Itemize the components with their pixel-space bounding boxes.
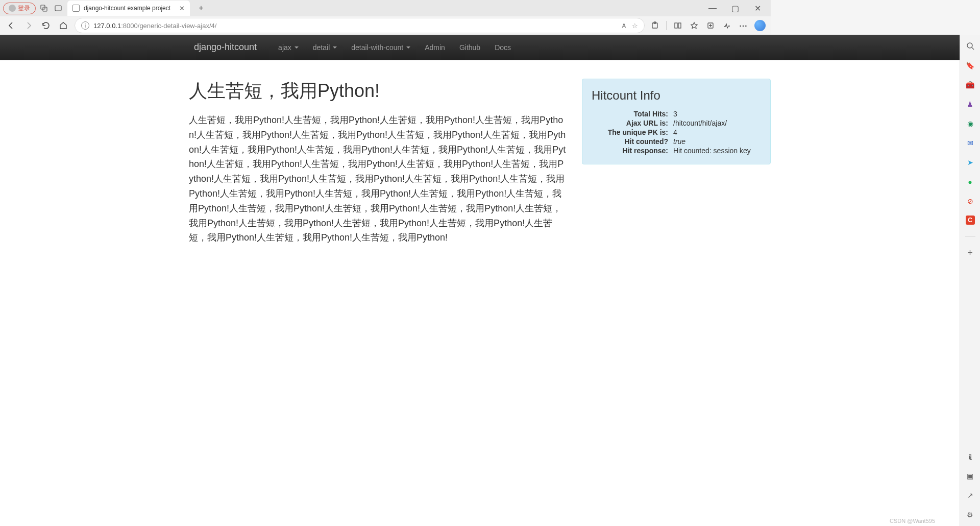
maximize-button[interactable]: ▢ (728, 4, 742, 13)
nav-item-github[interactable]: Github (452, 35, 487, 60)
side-column: Hitcount Info Total Hits:3Ajax URL is:/h… (582, 79, 771, 245)
nav-item-label: Docs (495, 43, 511, 52)
nav-item-detail[interactable]: detail (306, 35, 344, 60)
new-tab-button[interactable]: + (195, 2, 207, 14)
url-text: 127.0.0.1:8000/generic-detail-view-ajax/… (93, 22, 216, 30)
chevron-down-icon (406, 46, 410, 49)
hitcount-row-label: Total Hits: (592, 110, 673, 118)
read-aloud-icon[interactable]: A (622, 22, 626, 29)
main-column: 人生苦短，我用Python! 人生苦短，我用Python!人生苦短，我用Pyth… (189, 79, 567, 245)
close-window-button[interactable]: ✕ (750, 4, 765, 13)
nav-item-docs[interactable]: Docs (487, 35, 518, 60)
hitcount-panel: Hitcount Info Total Hits:3Ajax URL is:/h… (582, 79, 771, 164)
nav-item-label: Admin (425, 43, 445, 52)
browser-chrome: 登录 django-hitcount example project ✕ + —… (0, 0, 771, 35)
site-info-icon[interactable]: i (81, 21, 89, 30)
svg-rect-6 (678, 23, 681, 28)
nav-item-label: ajax (278, 43, 291, 52)
hitcount-row-label: Ajax URL is: (592, 119, 673, 127)
tab-title: django-hitcount example project (84, 5, 170, 12)
hitcount-row-label: The unique PK is: (592, 128, 673, 136)
user-icon (9, 5, 16, 12)
split-screen-icon[interactable] (673, 20, 683, 31)
chevron-down-icon (333, 46, 337, 49)
collections-icon[interactable] (705, 20, 716, 31)
favorite-icon[interactable]: ☆ (632, 22, 638, 30)
browser-tab[interactable]: django-hitcount example project ✕ (67, 1, 190, 16)
refresh-button[interactable] (40, 19, 52, 32)
nav-item-label: Github (459, 43, 480, 52)
page-icon (72, 5, 80, 12)
hitcount-row-value: Hit counted: session key (673, 147, 761, 155)
tab-bar: 登录 django-hitcount example project ✕ + —… (0, 0, 771, 16)
page-body: 人生苦短，我用Python!人生苦短，我用Python!人生苦短，我用Pytho… (189, 113, 567, 245)
back-button[interactable] (5, 19, 17, 32)
url-field[interactable]: i 127.0.0.1:8000/generic-detail-view-aja… (75, 18, 645, 33)
hitcount-row-value: 4 (673, 128, 761, 136)
hitcount-panel-title: Hitcount Info (592, 88, 761, 103)
tab-overview-icon[interactable] (52, 2, 64, 14)
svg-rect-2 (55, 6, 61, 11)
address-bar: i 127.0.0.1:8000/generic-detail-view-aja… (0, 16, 771, 35)
site-navbar: django-hitcount ajaxdetaildetail-with-co… (0, 35, 771, 60)
login-button[interactable]: 登录 (3, 3, 36, 14)
hitcount-row-value: /hitcount/hit/ajax/ (673, 119, 761, 127)
chevron-down-icon (295, 46, 299, 49)
brand[interactable]: django-hitcount (189, 42, 262, 53)
performance-icon[interactable] (722, 20, 732, 31)
nav-item-ajax[interactable]: ajax (271, 35, 306, 60)
nav-item-detail-with-count[interactable]: detail-with-count (344, 35, 418, 60)
nav-item-admin[interactable]: Admin (418, 35, 452, 60)
copilot-icon[interactable] (754, 20, 766, 31)
toolbar-icons: ⋯ (650, 20, 766, 31)
nav-item-label: detail-with-count (351, 43, 403, 52)
home-button[interactable] (57, 19, 69, 32)
content-container: 人生苦短，我用Python! 人生苦短，我用Python!人生苦短，我用Pyth… (189, 60, 771, 245)
hitcount-row-value: true (673, 137, 761, 146)
hitcount-row-value: 3 (673, 110, 761, 118)
workspaces-icon[interactable] (38, 2, 50, 14)
hitcount-row-label: Hit counted? (592, 137, 673, 146)
login-label: 登录 (18, 4, 30, 13)
page-viewport: django-hitcount ajaxdetaildetail-with-co… (0, 35, 771, 416)
hitcount-list: Total Hits:3Ajax URL is:/hitcount/hit/aj… (592, 110, 761, 155)
minimize-button[interactable]: — (705, 4, 720, 13)
close-tab-icon[interactable]: ✕ (179, 5, 185, 12)
nav-item-label: detail (313, 43, 330, 52)
extensions-icon[interactable] (650, 20, 660, 31)
svg-rect-5 (675, 23, 677, 28)
hitcount-row-label: Hit response: (592, 147, 673, 155)
favorites-bar-icon[interactable] (689, 20, 699, 31)
window-controls: — ▢ ✕ (705, 4, 771, 13)
forward-button[interactable] (22, 19, 35, 32)
menu-icon[interactable]: ⋯ (738, 20, 748, 31)
page-title: 人生苦短，我用Python! (189, 79, 567, 104)
